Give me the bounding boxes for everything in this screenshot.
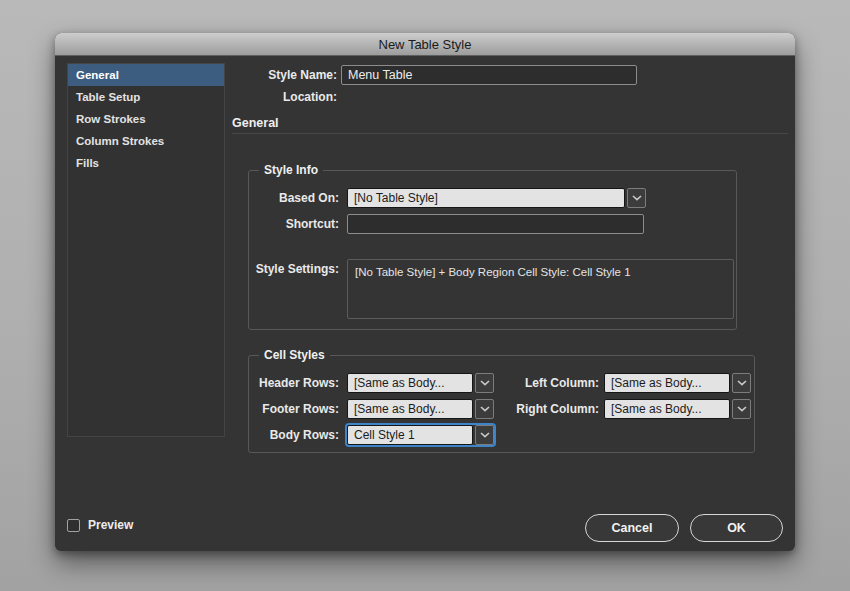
style-name-input[interactable] [341, 65, 637, 85]
chevron-down-icon [737, 406, 747, 412]
preview-checkbox[interactable] [67, 519, 80, 532]
footer-rows-label: Footer Rows: [249, 399, 339, 419]
chevron-down-icon [480, 406, 490, 412]
left-column-value[interactable]: [Same as Body... [604, 373, 730, 393]
ok-button[interactable]: OK [690, 514, 783, 542]
section-divider [232, 133, 788, 134]
footer-rows-dropdown[interactable]: [Same as Body... [347, 399, 494, 419]
sidebar-item-general[interactable]: General [68, 64, 224, 86]
section-heading: General [232, 116, 279, 130]
chevron-down-icon [480, 380, 490, 386]
sidebar-item-table-setup[interactable]: Table Setup [68, 86, 224, 108]
body-rows-value[interactable]: Cell Style 1 [347, 425, 473, 445]
dialog-title: New Table Style [379, 37, 472, 52]
right-column-label: Right Column: [499, 399, 599, 419]
dialog-titlebar[interactable]: New Table Style [55, 33, 795, 56]
based-on-dropdown[interactable]: [No Table Style] [347, 188, 646, 208]
based-on-value[interactable]: [No Table Style] [347, 188, 625, 208]
style-name-label: Style Name: [232, 65, 337, 85]
cell-styles-group-label: Cell Styles [259, 348, 330, 363]
based-on-label: Based On: [249, 188, 339, 208]
new-table-style-dialog: New Table Style General Table Setup Row … [55, 33, 795, 551]
footer-rows-value[interactable]: [Same as Body... [347, 399, 473, 419]
body-rows-label: Body Rows: [249, 425, 339, 445]
desktop-background: New Table Style General Table Setup Row … [0, 0, 850, 591]
location-label: Location: [232, 90, 337, 104]
right-column-dropdown[interactable]: [Same as Body... [604, 399, 751, 419]
footer-rows-dropdown-button[interactable] [475, 399, 494, 419]
style-settings-label: Style Settings: [249, 259, 339, 279]
shortcut-label: Shortcut: [249, 214, 339, 234]
cancel-button[interactable]: Cancel [585, 514, 679, 542]
cell-styles-group: Cell Styles Header Rows: [Same as Body..… [248, 355, 755, 453]
body-rows-dropdown[interactable]: Cell Style 1 [347, 425, 494, 445]
header-rows-value[interactable]: [Same as Body... [347, 373, 473, 393]
sidebar-item-row-strokes[interactable]: Row Strokes [68, 108, 224, 130]
left-column-label: Left Column: [499, 373, 599, 393]
header-rows-label: Header Rows: [249, 373, 339, 393]
header-rows-dropdown[interactable]: [Same as Body... [347, 373, 494, 393]
sidebar-item-fills[interactable]: Fills [68, 152, 224, 174]
left-column-dropdown[interactable]: [Same as Body... [604, 373, 751, 393]
category-list: General Table Setup Row Strokes Column S… [67, 63, 225, 437]
right-column-value[interactable]: [Same as Body... [604, 399, 730, 419]
right-column-dropdown-button[interactable] [732, 399, 751, 419]
style-info-group-label: Style Info [259, 163, 323, 178]
chevron-down-icon [737, 380, 747, 386]
body-rows-dropdown-button[interactable] [475, 425, 494, 445]
style-settings-summary: [No Table Style] + Body Region Cell Styl… [347, 259, 734, 319]
style-info-group: Style Info Based On: [No Table Style] Sh… [248, 170, 737, 330]
header-rows-dropdown-button[interactable] [475, 373, 494, 393]
chevron-down-icon [632, 195, 642, 201]
sidebar-item-column-strokes[interactable]: Column Strokes [68, 130, 224, 152]
location-value [343, 90, 543, 104]
left-column-dropdown-button[interactable] [732, 373, 751, 393]
chevron-down-icon [480, 432, 490, 438]
based-on-dropdown-button[interactable] [627, 188, 646, 208]
shortcut-input[interactable] [347, 214, 644, 234]
preview-label: Preview [88, 518, 133, 533]
